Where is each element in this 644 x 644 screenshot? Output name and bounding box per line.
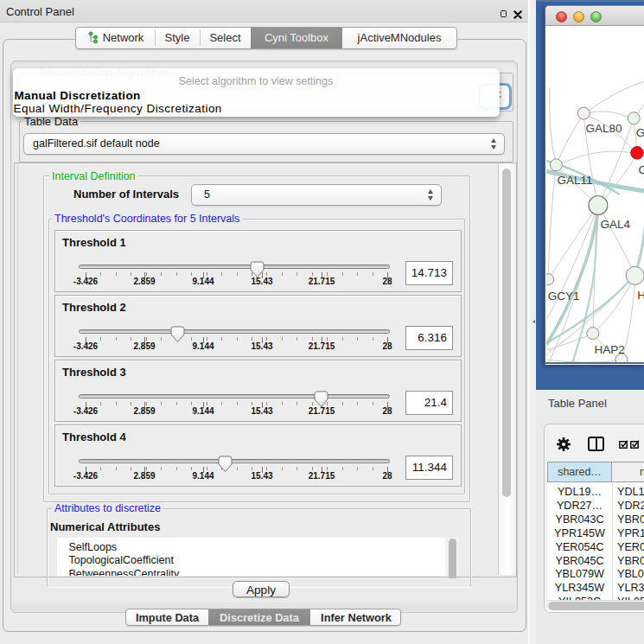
svg-text:GAL80: GAL80 [586,122,622,135]
svg-text:GCY1: GCY1 [548,290,580,303]
svg-text:HA: HA [637,289,644,302]
svg-text:HAP2: HAP2 [594,343,624,356]
svg-text:CY: CY [639,163,644,176]
svg-text:GAL4: GAL4 [601,218,631,231]
svg-text:GA: GA [636,126,644,139]
svg-text:GAL11: GAL11 [558,174,593,187]
